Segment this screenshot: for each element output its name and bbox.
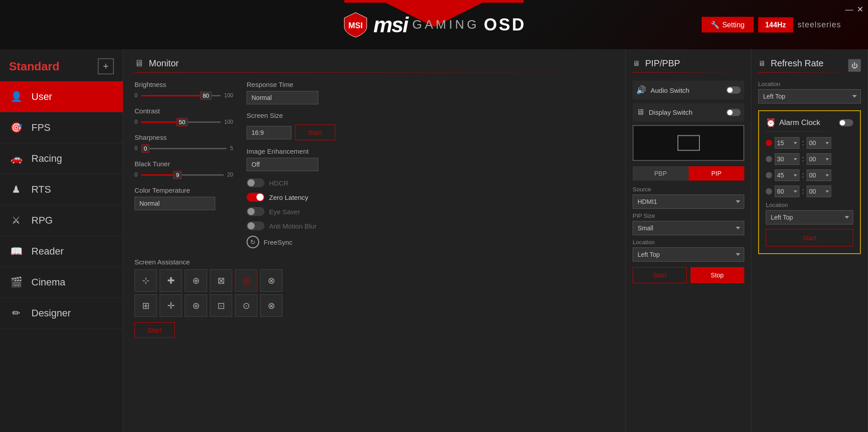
crosshair-btn-5[interactable]: ◎ — [235, 269, 257, 292]
pip-start-button[interactable]: Start — [633, 267, 687, 283]
eye-saver-label: Eye Saver — [269, 208, 300, 216]
pbp-tab[interactable]: PBP — [633, 166, 689, 181]
black-tuner-max: 20 — [227, 172, 233, 178]
add-profile-button[interactable]: + — [98, 58, 114, 74]
sidebar-item-rpg[interactable]: ⚔ RPG — [0, 205, 123, 236]
alarm-minutes-1[interactable]: 00 — [807, 137, 831, 149]
setting-icon: 🔧 — [711, 21, 720, 29]
crosshair-btn-3[interactable]: ⊕ — [185, 269, 207, 292]
refresh-power-button[interactable]: ⏻ — [848, 59, 861, 72]
eye-saver-toggle[interactable] — [247, 207, 265, 216]
display-switch-label: Display Switch — [649, 108, 722, 116]
screen-size-start-button[interactable]: Start — [295, 125, 335, 140]
screen-assistance-start-button[interactable]: Start — [135, 322, 175, 338]
pip-location-label: Location — [633, 239, 744, 246]
zero-latency-label: Zero Latency — [269, 194, 308, 201]
color-temperature-select[interactable]: Normal Cool Warm Custom — [135, 197, 215, 210]
crosshair-btn-12[interactable]: ⊗ — [260, 294, 282, 317]
crosshair-btn-11[interactable]: ⊙ — [235, 294, 257, 317]
alarm-clock-icon: ⏰ — [766, 118, 776, 128]
sidebar-item-fps[interactable]: 🎯 FPS — [0, 112, 123, 143]
display-switch-toggle[interactable] — [726, 109, 741, 116]
alarm-hours-1[interactable]: 15 — [775, 137, 799, 149]
hz-badge: 144Hz — [758, 17, 793, 32]
alarm-minutes-3[interactable]: 00 — [807, 169, 831, 181]
sidebar-item-reader[interactable]: 📖 Reader — [0, 236, 123, 267]
pip-tab[interactable]: PIP — [689, 166, 745, 181]
setting-button[interactable]: 🔧 Setting — [702, 17, 754, 33]
refresh-divider — [758, 72, 861, 73]
refresh-icon: 🖥 — [758, 60, 765, 68]
pip-size-select[interactable]: Small Medium Large — [633, 221, 744, 235]
pip-location-select[interactable]: Left Top Right Top Left Bottom Right Bot… — [633, 247, 744, 262]
screen-size-select[interactable]: 16:9 4:3 1:1 — [247, 126, 291, 139]
sliders-column: Brightness 0 80 100 — [135, 81, 233, 254]
alarm-minutes-4[interactable]: 00 — [807, 186, 831, 197]
image-enhancement-control: Image Enhancement Off Low Medium High — [247, 147, 614, 171]
pip-section-title: PIP/PBP — [645, 58, 680, 69]
svg-text:MSI: MSI — [348, 21, 363, 30]
crosshair-btn-10[interactable]: ⊡ — [210, 294, 232, 317]
sharpness-control: Sharpness 0 0 5 — [135, 134, 233, 153]
alarm-radio-1[interactable] — [766, 140, 772, 146]
sidebar-item-cinema[interactable]: 🎬 Cinema — [0, 267, 123, 298]
anti-motion-blur-toggle[interactable] — [247, 221, 265, 230]
sidebar-item-designer[interactable]: ✏ Designer — [0, 298, 123, 329]
alarm-radio-2[interactable] — [766, 156, 772, 162]
audio-switch-label: Audio Switch — [651, 86, 722, 94]
hdcr-toggle[interactable] — [247, 178, 265, 187]
toggle-section: HDCR Zero Latency Eye Saver Anti Mo — [247, 178, 614, 248]
crosshair-btn-4[interactable]: ⊠ — [210, 269, 232, 292]
screen-size-label: Screen Size — [247, 112, 335, 119]
alarm-clock-toggle[interactable] — [839, 119, 853, 126]
steelseries-logo: steelseries — [798, 20, 841, 30]
sharpness-min: 0 — [135, 145, 138, 151]
alarm-minutes-2[interactable]: 00 — [807, 153, 831, 165]
monitor-icon: 🖥 — [135, 58, 143, 69]
contrast-value: 50 — [176, 118, 188, 126]
crosshair-btn-1[interactable]: ⊹ — [135, 269, 157, 292]
screen-size-row: Screen Size 16:9 4:3 1:1 Start — [247, 112, 614, 140]
pip-display-preview — [633, 125, 744, 161]
alarm-radio-3[interactable] — [766, 172, 772, 178]
minimize-button[interactable]: — — [845, 4, 853, 14]
sidebar-item-user[interactable]: 👤 User — [0, 82, 123, 112]
alarm-start-button[interactable]: Start — [766, 229, 853, 246]
close-button[interactable]: ✕ — [857, 4, 864, 14]
monitor-divider — [135, 72, 614, 73]
alarm-hours-4[interactable]: 60 — [775, 186, 799, 197]
alarm-hours-3[interactable]: 45 — [775, 169, 799, 181]
brightness-max: 100 — [224, 92, 233, 99]
anti-motion-blur-label: Anti Motion Blur — [269, 222, 317, 230]
black-tuner-slider-wrapper[interactable]: 9 — [141, 170, 224, 179]
brightness-min: 0 — [135, 92, 138, 99]
alarm-radio-4[interactable] — [766, 188, 772, 194]
crosshair-btn-6[interactable]: ⊗ — [260, 269, 282, 292]
crosshair-btn-2[interactable]: ✚ — [160, 269, 182, 292]
alarm-row-4: 60 : 00 — [766, 186, 853, 197]
pip-inner-preview — [677, 135, 700, 151]
response-time-select[interactable]: Normal Fast Fastest — [247, 91, 318, 104]
eye-saver-toggle-row: Eye Saver — [247, 207, 614, 216]
anti-motion-blur-toggle-row: Anti Motion Blur — [247, 221, 614, 230]
crosshair-btn-8[interactable]: ✛ — [160, 294, 182, 317]
pip-source-select[interactable]: HDMI1 HDMI2 DP — [633, 194, 744, 209]
pip-divider — [633, 72, 744, 73]
alarm-location-select[interactable]: Left Top Right Top Left Bottom Right Bot… — [766, 210, 853, 225]
fps-icon: 🎯 — [9, 121, 23, 135]
color-temperature-label: Color Temperature — [135, 186, 233, 194]
alarm-hours-2[interactable]: 30 — [775, 153, 799, 165]
contrast-slider-wrapper[interactable]: 50 — [141, 117, 221, 126]
crosshair-btn-9[interactable]: ⊛ — [185, 294, 207, 317]
sidebar-item-racing[interactable]: 🚗 Racing — [0, 143, 123, 174]
pip-stop-button[interactable]: Stop — [690, 267, 745, 283]
refresh-location-select[interactable]: Left Top Right Top Left Bottom Right Bot… — [758, 89, 861, 104]
crosshair-btn-7[interactable]: ⊞ — [135, 294, 157, 317]
image-enhancement-select[interactable]: Off Low Medium High — [247, 158, 318, 171]
zero-latency-toggle[interactable] — [247, 193, 265, 202]
audio-switch-toggle[interactable] — [726, 86, 741, 94]
brightness-slider-wrapper[interactable]: 80 — [141, 91, 221, 100]
sharpness-slider-wrapper[interactable]: 0 — [141, 144, 227, 153]
racing-icon: 🚗 — [9, 151, 23, 166]
sidebar-item-rts[interactable]: ♟ RTS — [0, 174, 123, 205]
